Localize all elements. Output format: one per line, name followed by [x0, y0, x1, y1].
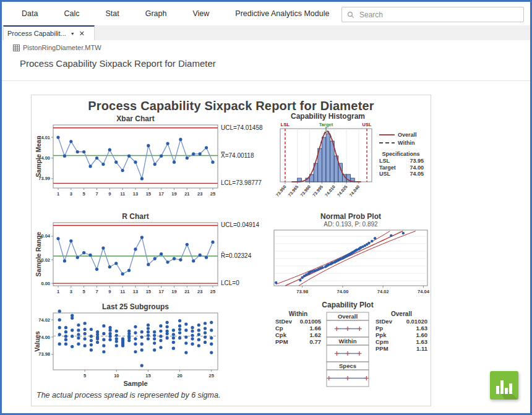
- svg-text:3: 3: [70, 289, 72, 294]
- graph-title: Process Capability Sixpack Report for Di…: [32, 99, 431, 113]
- rchart-point: [147, 263, 150, 266]
- rchart-point: [134, 247, 137, 250]
- svg-text:74.04: 74.04: [418, 289, 430, 294]
- xbar-point: [101, 163, 105, 166]
- subgroup-point: [184, 335, 187, 338]
- subgroup-point: [191, 334, 194, 337]
- subgroup-point: [159, 330, 162, 333]
- rchart-point: [166, 260, 169, 263]
- subgroup-point: [115, 330, 118, 333]
- subgroup-point: [159, 339, 162, 342]
- minitab-window: Data Calc Stat Graph View Predictive Ana…: [0, 0, 532, 415]
- xbar-point: [166, 142, 169, 145]
- subgroup-point: [172, 347, 175, 350]
- last-25-subgroups-plot[interactable]: Last 25 SubgroupsValues73.9874.0074.0251…: [35, 301, 268, 393]
- subgroup-point: [153, 348, 156, 351]
- svg-text:25: 25: [209, 373, 214, 379]
- svg-text:73.965: 73.965: [287, 184, 299, 197]
- svg-text:Overall: Overall: [338, 313, 358, 320]
- subgroup-point: [134, 337, 137, 340]
- svg-text:20: 20: [177, 373, 182, 379]
- menu-calc[interactable]: Calc: [62, 7, 80, 20]
- svg-text:25: 25: [210, 289, 215, 294]
- svg-text:1.63: 1.63: [416, 338, 428, 345]
- svg-text:17: 17: [158, 289, 163, 294]
- svg-text:LSL: LSL: [281, 122, 290, 127]
- svg-text:9: 9: [108, 289, 111, 294]
- rchart-point: [173, 257, 176, 260]
- subgroup-point: [210, 328, 213, 332]
- subgroup-point: [197, 323, 200, 327]
- worksheet-row[interactable]: PistonRingDiameter.MTW: [13, 44, 101, 51]
- subgroup-point: [184, 341, 187, 344]
- svg-text:Cp: Cp: [275, 325, 283, 332]
- subgroup-point: [84, 322, 87, 325]
- menu-predictive-analytics-module[interactable]: Predictive Analytics Module: [234, 7, 330, 20]
- svg-text:5: 5: [84, 373, 86, 379]
- subgroup-point: [77, 343, 80, 346]
- normal-prob-plot[interactable]: Normal Prob PlotAD: 0.193, P: 0.89273.98…: [269, 213, 430, 299]
- menu-graph[interactable]: Graph: [144, 7, 168, 20]
- subgroup-point: [191, 330, 194, 333]
- bar-chart-icon: [490, 371, 518, 400]
- svg-text:17: 17: [158, 191, 163, 197]
- svg-text:73.99: 73.99: [38, 176, 50, 181]
- subgroup-point: [172, 333, 175, 336]
- prob-point: [299, 279, 301, 281]
- subgroup-point: [147, 323, 150, 327]
- rchart-point: [95, 268, 98, 271]
- tab-process-capability[interactable]: Process Capabilit... ▼ ✕: [3, 25, 95, 40]
- minitab-graph-icon[interactable]: [490, 371, 518, 400]
- svg-text:1: 1: [57, 289, 59, 294]
- report-heading: Process Capability Sixpack Report for Di…: [20, 58, 216, 69]
- svg-text:PPM: PPM: [275, 338, 288, 345]
- svg-text:Xbar Chart: Xbar Chart: [116, 114, 154, 123]
- menu-data[interactable]: Data: [20, 7, 39, 20]
- subgroup-point: [77, 333, 80, 336]
- subgroup-point: [172, 336, 175, 340]
- subgroup-point: [166, 321, 169, 324]
- tab-close-icon[interactable]: ✕: [79, 30, 85, 37]
- tab-strip: Process Capabilit... ▼ ✕: [2, 25, 530, 40]
- xbar-point: [108, 148, 111, 152]
- subgroup-point: [178, 324, 181, 327]
- subgroup-point: [58, 326, 61, 329]
- r-chart[interactable]: R ChartSample Range0.000.020.04135791113…: [35, 210, 268, 303]
- menu-stat[interactable]: Stat: [104, 7, 120, 20]
- svg-text:Specifications: Specifications: [382, 151, 419, 157]
- subgroup-point: [191, 337, 194, 340]
- subgroup-point: [58, 343, 61, 346]
- rchart-point: [76, 256, 79, 259]
- sixpack-graph-card[interactable]: Process Capability Sixpack Report for Di…: [31, 95, 431, 406]
- capability-plot[interactable]: Capability PlotOverallWithinSpecsWithinS…: [269, 301, 430, 391]
- xbar-point: [160, 155, 163, 158]
- subgroup-point: [178, 319, 181, 322]
- xbar-point: [56, 135, 59, 139]
- svg-text:73.980: 73.980: [299, 184, 311, 197]
- svg-text:19: 19: [171, 289, 176, 294]
- subgroup-point: [140, 364, 144, 367]
- svg-text:UCL=74.01458: UCL=74.01458: [221, 124, 263, 131]
- svg-text:74.040: 74.040: [348, 184, 360, 197]
- subgroup-point: [184, 328, 187, 332]
- subgroup-point: [140, 330, 144, 333]
- capability-histogram[interactable]: Capability HistogramLSLUSLTarget73.95073…: [269, 113, 430, 207]
- svg-text:Cpk: Cpk: [275, 332, 287, 338]
- svg-text:7: 7: [95, 191, 98, 197]
- xbar-point: [205, 146, 208, 149]
- subgroup-point: [84, 337, 87, 340]
- menu-view[interactable]: View: [191, 7, 210, 20]
- search-input[interactable]: [358, 10, 503, 20]
- xbar-chart[interactable]: Xbar ChartSample Mean73.9974.0074.011357…: [35, 113, 268, 205]
- svg-text:74.02: 74.02: [38, 317, 50, 323]
- rchart-point: [121, 272, 124, 275]
- subgroup-point: [64, 338, 67, 341]
- svg-text:LCL=73.98777: LCL=73.98777: [221, 179, 262, 186]
- rchart-point: [179, 258, 182, 261]
- subgroup-point: [204, 341, 207, 344]
- tab-dropdown-icon[interactable]: ▼: [71, 32, 75, 36]
- svg-text:R Chart: R Chart: [122, 212, 148, 221]
- svg-text:73.995: 73.995: [312, 184, 324, 197]
- search-box[interactable]: [341, 7, 524, 22]
- svg-text:0.02: 0.02: [41, 257, 50, 263]
